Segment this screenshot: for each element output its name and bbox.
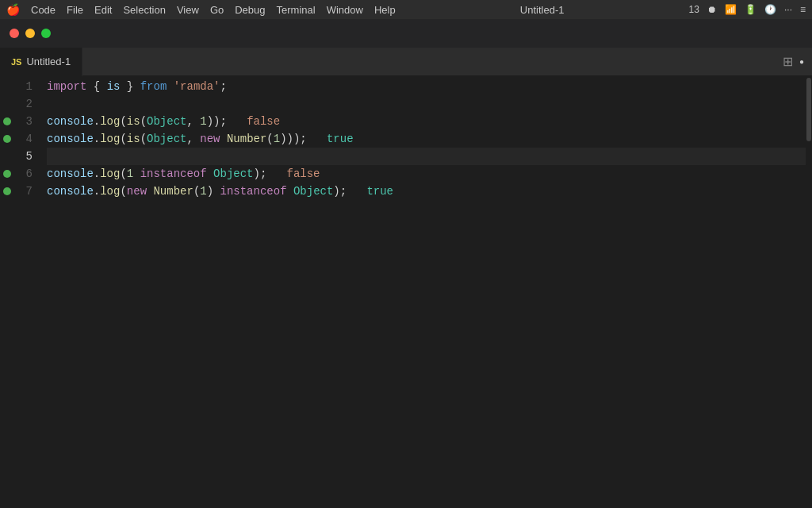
line-number-6: 6 — [0, 165, 44, 183]
tab-untitled-1[interactable]: JS Untitled-1 — [0, 48, 82, 76]
tab-js-icon: JS — [11, 57, 21, 67]
menu-bar: 🍎 Code File Edit Selection View Go Debug… — [0, 0, 812, 19]
window-title: Untitled-1 — [408, 4, 676, 16]
debug-dot-4 — [3, 135, 11, 143]
line-number-4: 4 — [0, 130, 44, 148]
code-line-3: console.log(is(Object, 1)); false — [47, 113, 806, 130]
battery-icon: 🔋 — [745, 4, 756, 15]
recording-icon: ⏺ — [707, 4, 717, 15]
menu-help[interactable]: Help — [374, 4, 396, 16]
close-button[interactable] — [10, 29, 19, 38]
menu-debug[interactable]: Debug — [235, 4, 265, 16]
clock-icon: 🕐 — [764, 4, 776, 15]
line-number-7: 7 — [0, 183, 44, 200]
list-icon: ≡ — [800, 4, 806, 15]
menu-file[interactable]: File — [67, 4, 83, 16]
menu-view[interactable]: View — [177, 4, 199, 16]
menu-selection[interactable]: Selection — [123, 4, 165, 16]
code-area[interactable]: import { is } from 'ramda';console.log(i… — [44, 76, 806, 508]
line-number-2: 2 — [0, 95, 44, 113]
minimize-button[interactable] — [25, 29, 35, 38]
code-line-7: console.log(new Number(1) instanceof Obj… — [47, 183, 806, 200]
code-line-4: console.log(is(Object, new Number(1))); … — [47, 130, 806, 148]
code-line-5 — [47, 148, 806, 165]
line-number-1: 1 — [0, 78, 44, 95]
scrollbar-thumb[interactable] — [806, 78, 811, 141]
menu-go[interactable]: Go — [210, 4, 224, 16]
scrollbar[interactable] — [806, 76, 812, 508]
debug-dot-7 — [3, 187, 11, 195]
title-bar — [0, 19, 812, 48]
menu-edit[interactable]: Edit — [94, 4, 112, 16]
code-line-6: console.log(1 instanceof Object); false — [47, 165, 806, 183]
debug-dot-6 — [3, 170, 11, 178]
menu-window[interactable]: Window — [327, 4, 363, 16]
menu-items: 🍎 Code File Edit Selection View Go Debug… — [6, 3, 396, 16]
code-line-2 — [47, 95, 806, 113]
wifi-icon: 📶 — [725, 4, 737, 15]
line-number-5: 5 — [0, 148, 44, 165]
debug-dot-3 — [3, 117, 11, 125]
tab-label: Untitled-1 — [26, 56, 71, 67]
code-line-1: import { is } from 'ramda'; — [47, 78, 806, 95]
editor-container: 1234567 import { is } from 'ramda';conso… — [0, 76, 812, 508]
line-number-3: 3 — [0, 113, 44, 130]
system-controls: 13 ⏺ 📶 🔋 🕐 ··· ≡ — [689, 4, 806, 15]
menu-time: 13 — [689, 4, 699, 15]
split-editor-button[interactable]: ⊞ — [783, 54, 793, 69]
line-numbers: 1234567 — [0, 76, 44, 508]
maximize-button[interactable] — [41, 29, 51, 38]
tab-bar: JS Untitled-1 ⊞ ● — [0, 48, 812, 76]
tab-actions: ⊞ ● — [783, 54, 812, 69]
menu-terminal[interactable]: Terminal — [277, 4, 316, 16]
menu-code[interactable]: Code — [31, 4, 56, 16]
more-icon: ··· — [784, 4, 792, 15]
apple-menu[interactable]: 🍎 — [6, 3, 20, 16]
unsaved-dot: ● — [799, 57, 804, 66]
